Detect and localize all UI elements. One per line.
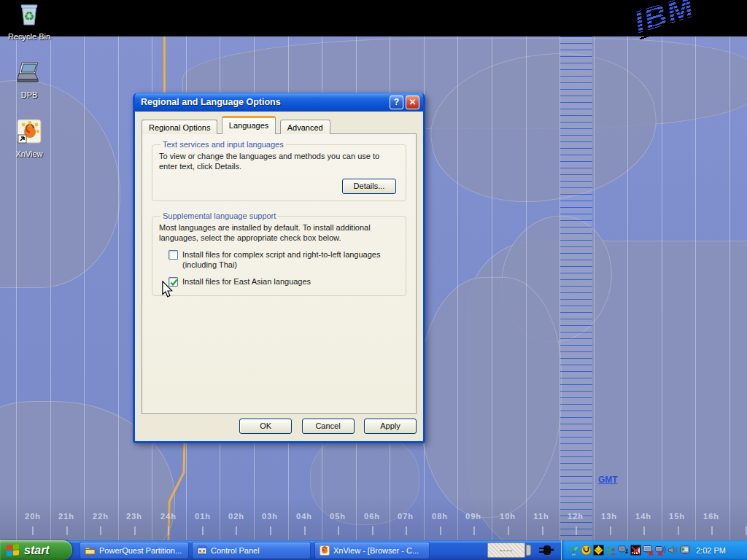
ibm-logo-stripes <box>630 0 698 40</box>
desktop-icon-label: Recycle Bin <box>8 32 50 41</box>
tray-icons <box>568 545 691 556</box>
supplemental-group: Supplemental language support Most langu… <box>152 211 406 296</box>
wireless-off-icon[interactable] <box>655 545 666 556</box>
laptop-icon <box>15 61 44 85</box>
regional-language-options-dialog: Regional and Language Options ? ✕ Region… <box>133 93 425 443</box>
complex-script-checkbox[interactable] <box>169 250 178 260</box>
desktop-icon-recycle-bin[interactable]: ♻ Recycle Bin <box>1 2 57 42</box>
taskbar: start PowerQuest Partition... <box>0 540 747 560</box>
xnview-icon <box>16 118 42 144</box>
start-label: start <box>24 544 50 557</box>
dialog-titlebar[interactable]: Regional and Language Options ? ✕ <box>135 93 423 112</box>
dialog-title: Regional and Language Options <box>141 97 387 107</box>
dialog-tabs: Regional Options Languages Advanced <box>142 118 423 134</box>
supplemental-description: Most languages are installed by default.… <box>159 222 399 243</box>
taskbar-task-control-panel[interactable]: Control Panel <box>192 542 311 559</box>
text-services-legend: Text services and input languages <box>160 140 286 149</box>
tab-advanced[interactable]: Advanced <box>280 120 330 134</box>
tab-languages[interactable]: Languages <box>222 116 276 134</box>
complex-script-checkbox-row: Install files for complex script and rig… <box>169 249 399 270</box>
languages-tab-page: Text services and input languages To vie… <box>142 133 417 414</box>
language-bar-handle[interactable] <box>526 545 531 556</box>
tab-regional-options[interactable]: Regional Options <box>142 120 217 134</box>
desktop-icon-xnview[interactable]: XnView <box>1 118 57 160</box>
desktop-icon-dpb[interactable]: DPB <box>1 61 57 101</box>
pc-doctor-icon[interactable] <box>581 545 592 556</box>
dialog-buttons: OK Cancel Apply <box>233 419 417 434</box>
display-switch-icon[interactable] <box>680 545 691 556</box>
wallpaper-top-strip: IBM <box>0 0 747 36</box>
taskbar-task-powerquest[interactable]: PowerQuest Partition... <box>80 542 189 559</box>
desktop-icon-label: DPB <box>21 90 38 99</box>
start-button[interactable]: start <box>0 540 72 560</box>
monitor-disconnected-icon[interactable] <box>643 545 654 556</box>
cancel-button[interactable]: Cancel <box>302 419 355 434</box>
xnview-task-icon <box>320 545 330 556</box>
volume-icon[interactable] <box>667 545 678 556</box>
checkbox-label[interactable]: Install files for complex script and rig… <box>182 249 399 270</box>
gmt-meridian-band <box>560 36 592 540</box>
taskbar-task-xnview[interactable]: XnView - [Browser - C... <box>314 542 430 559</box>
users-icon[interactable] <box>605 545 616 556</box>
text-services-description: To view or change the languages and meth… <box>159 151 399 171</box>
desktop: GMT 20h 21h 22h 23h 24h 01h 02h 03h 04h … <box>0 0 747 560</box>
apply-button[interactable]: Apply <box>364 419 417 434</box>
message-icon[interactable] <box>593 545 604 556</box>
task-label: PowerQuest Partition... <box>99 546 182 555</box>
ok-button[interactable]: OK <box>239 419 292 434</box>
supplemental-legend: Supplemental language support <box>160 211 278 220</box>
control-panel-icon <box>197 545 207 555</box>
mouse-cursor <box>161 281 174 301</box>
task-label: Control Panel <box>211 546 260 555</box>
gmt-label: GMT <box>598 475 618 485</box>
checkbox-label[interactable]: Install files for East Asian languages <box>182 276 311 287</box>
taskbar-clock[interactable]: 2:02 PM <box>696 546 726 555</box>
desktop-icon-label: XnView <box>15 149 42 158</box>
system-tray: 2:02 PM <box>561 540 747 560</box>
signal-blocked-icon[interactable] <box>630 545 641 556</box>
network-icon[interactable] <box>618 545 629 556</box>
date-meridian-line <box>163 36 166 93</box>
language-bar[interactable]: ---- <box>487 542 525 558</box>
text-services-group: Text services and input languages To vie… <box>152 140 406 201</box>
sprout-icon[interactable] <box>568 545 579 556</box>
windows-flag-icon <box>6 543 20 557</box>
power-plug-icon[interactable] <box>538 542 554 560</box>
help-button[interactable]: ? <box>390 96 403 109</box>
close-button[interactable]: ✕ <box>406 96 419 109</box>
east-asian-checkbox-row: Install files for East Asian languages <box>169 276 399 287</box>
ibm-logo: IBM <box>630 0 698 40</box>
svg-text:♻: ♻ <box>23 9 34 23</box>
recycle-bin-icon: ♻ <box>17 2 42 27</box>
task-label: XnView - [Browser - C... <box>333 546 419 555</box>
map-bottom-shade <box>0 497 747 540</box>
folder-icon <box>85 545 96 555</box>
details-button[interactable]: Details... <box>342 179 396 194</box>
